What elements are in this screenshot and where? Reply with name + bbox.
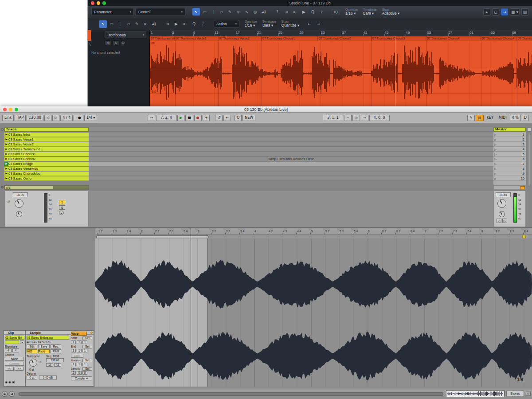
scene-launch-icon[interactable]: ▷	[493, 167, 497, 170]
scene-launch-icon[interactable]: ▷	[493, 162, 497, 165]
scene-slot[interactable]: ▷3	[493, 142, 526, 147]
clip-name-field[interactable]: 03 Saxes Bri	[5, 336, 24, 340]
clip-launch-icon[interactable]: ▶	[4, 142, 8, 146]
length-value[interactable]: 0	[82, 371, 87, 375]
commit-button[interactable]: Commit	[5, 362, 24, 366]
clip-launch-icon[interactable]: ▶	[4, 152, 8, 156]
grid-row[interactable]	[89, 137, 493, 142]
session-scrollbar[interactable]	[528, 133, 530, 186]
end-value[interactable]: 1	[82, 349, 87, 352]
start-marker-icon[interactable]: ▸	[96, 235, 97, 239]
quantize-menu[interactable]: Quantize1/16 ▾	[345, 8, 358, 16]
grid-options-button[interactable]: ▦ ▾	[510, 8, 520, 16]
start-value[interactable]: 1	[71, 340, 76, 344]
warp-toggle[interactable]: Warp	[71, 332, 87, 336]
loop-toggle[interactable]: ◎	[352, 115, 360, 121]
follow-action-dot[interactable]	[90, 332, 93, 334]
clip-slot[interactable]: ▶03 Saxes Outro	[4, 176, 89, 181]
monitor-button[interactable]: O	[121, 40, 125, 45]
action-dropdown[interactable]: Action▾	[214, 20, 239, 28]
horizontal-scrollbar[interactable]	[19, 392, 443, 396]
jump-start-button[interactable]: ⇤	[291, 8, 299, 16]
midi-map-toggle[interactable]: MIDI	[497, 115, 509, 121]
volume-knob[interactable]	[497, 199, 506, 208]
timebase-menu[interactable]: TimebaseBars ▾	[363, 8, 376, 16]
quantize-button[interactable]: Q	[190, 20, 198, 28]
scene-launch-icon[interactable]: ▷	[493, 143, 497, 146]
track-name-dropdown[interactable]: Trombones▾	[105, 31, 146, 38]
control-dropdown[interactable]: Control▾	[136, 8, 185, 16]
pan-knob[interactable]	[499, 211, 505, 217]
arrangement-area[interactable]: 07 Trombones Intro07 Trombones Verse107 …	[150, 36, 532, 106]
grid-row[interactable]	[89, 162, 493, 166]
scene-slot[interactable]: ▷8	[493, 167, 526, 171]
stop-button[interactable]: ■	[185, 115, 193, 121]
loop-length-display[interactable]: 4. 0. 0	[369, 115, 390, 121]
back-to-arrangement-button[interactable]: ←	[223, 115, 231, 121]
range-tool-icon[interactable]: ▭	[108, 20, 115, 28]
close-button[interactable]	[91, 1, 94, 5]
iq-toggle[interactable]: IQ	[332, 9, 340, 15]
save-button[interactable]: Save	[38, 344, 50, 348]
punch-out-button[interactable]: ¬	[361, 115, 368, 121]
redo-button[interactable]: →	[314, 20, 322, 28]
length-set-button[interactable]: Set	[82, 367, 92, 371]
sample-gain-slider[interactable]: ◁	[39, 360, 43, 366]
clip-color-menu[interactable]: ▼	[20, 340, 24, 344]
listen-tool-icon[interactable]: ◎	[251, 8, 259, 16]
clip-label[interactable]: 07 Trombones Verse1	[175, 36, 218, 41]
jump-end-button[interactable]: ⇥	[282, 8, 290, 16]
volume-tool-icon[interactable]: ◄)	[150, 20, 157, 28]
scene-slot[interactable]: ▷1	[493, 133, 526, 137]
snap-menu[interactable]: SnapQuantize ▾	[282, 20, 300, 28]
tempo-display[interactable]: 130.00	[27, 115, 43, 121]
sample-display[interactable]: 1/8	[95, 239, 532, 387]
scene-slot[interactable]: ▷6	[493, 157, 526, 161]
master-header[interactable]: Master	[493, 127, 526, 132]
warp-mode-select[interactable]: Comple ▼	[71, 376, 92, 380]
clip-slot[interactable]: ▶03 Saxes ChorusMod	[4, 172, 89, 176]
scene-launch-icon[interactable]: ▷	[493, 133, 497, 136]
clip-label[interactable]: 07 Trombones Chorus4	[481, 36, 517, 41]
clip-launch-icon[interactable]: ▶	[4, 172, 8, 176]
studio-one-titlebar[interactable]: Studio One - 07 119 Bb	[88, 0, 532, 6]
edit-button[interactable]: Edit	[27, 344, 37, 348]
close-button[interactable]	[3, 108, 7, 111]
snap-menu[interactable]: SnapAdaptive ▾	[382, 8, 400, 16]
clip-launch-icon[interactable]: ▶	[4, 176, 8, 180]
gain-value[interactable]: 0.00 dB	[39, 376, 57, 379]
jump-end-button[interactable]: ⇥	[164, 20, 171, 28]
clip-label[interactable]: 07 Trombones Chorus3	[372, 36, 426, 41]
start-set-button[interactable]: Set	[82, 336, 92, 340]
ableton-titlebar[interactable]: 03 130 Bb [Ableton Live]	[0, 106, 532, 113]
status-info-button[interactable]: ◀	[9, 391, 15, 397]
metronome-button[interactable]: ♪	[199, 20, 207, 28]
pan-knob[interactable]	[16, 211, 22, 217]
clip-color-swatch[interactable]	[5, 340, 19, 344]
clip-label[interactable]: 07 Trombones ChorusAlt1	[517, 36, 532, 41]
link-toggle[interactable]: Link	[2, 115, 14, 121]
clip-launch-icon[interactable]: ▶	[4, 167, 8, 171]
fade-toggle[interactable]: Fade	[38, 349, 50, 353]
grid-row[interactable]	[89, 133, 493, 137]
bend-tool-icon[interactable]: ∿	[243, 8, 250, 16]
signature-denominator[interactable]: 4	[12, 348, 19, 352]
parameter-dropdown[interactable]: Parameter▾	[91, 8, 134, 16]
record-button[interactable]: ●	[194, 115, 202, 121]
scene-launch-icon[interactable]: ▷	[493, 138, 497, 141]
scene-slot[interactable]: ▷9	[493, 172, 526, 176]
scroll-right-button[interactable]: ▸	[526, 391, 531, 396]
length-value[interactable]: 2	[71, 371, 76, 375]
split-tool-icon[interactable]: ∣	[209, 8, 217, 16]
clip-slot[interactable]: ▶03 Saxes Chorus2	[4, 157, 89, 161]
cue-prev-button[interactable]: ◁	[497, 219, 501, 223]
session-view[interactable]: SaxesMaster▶03 Saxes Intro▶03 Saxes Vers…	[0, 123, 532, 228]
clip-label[interactable]: 07 Trombones Intro	[150, 36, 175, 41]
draw-mode-button[interactable]: ✎	[467, 115, 475, 121]
timebase-menu[interactable]: TimebaseBars ▾	[262, 20, 276, 28]
arrangement-overview[interactable]	[446, 390, 505, 397]
loop-start-display[interactable]: 3. 1. 1	[323, 115, 343, 121]
nudge-down-button[interactable]: ◁	[44, 115, 51, 121]
ram-toggle[interactable]: RAM	[51, 349, 61, 353]
clip-slot[interactable]: ▶03 Saxes VerseMod	[4, 167, 89, 171]
